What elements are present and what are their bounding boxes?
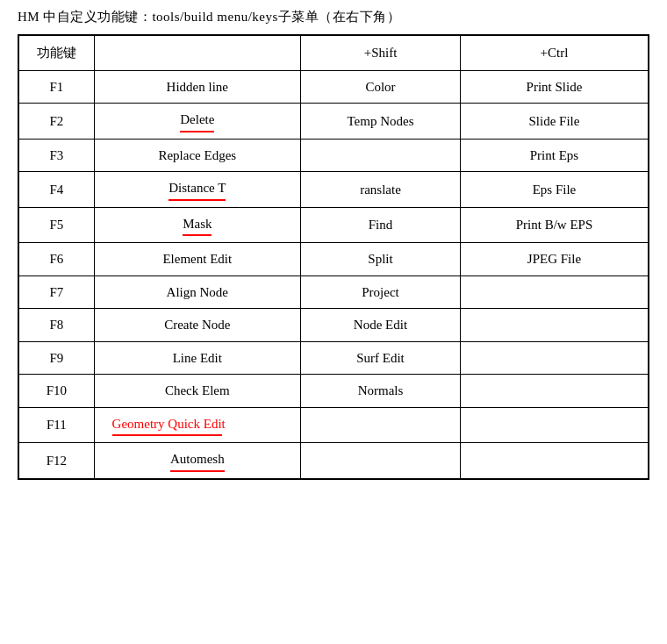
- cell-shift: Color: [301, 70, 461, 104]
- cell-shift: [301, 139, 461, 172]
- cell-default: Align Node: [94, 275, 300, 309]
- cell-default: Check Elem: [94, 375, 300, 408]
- cell-shift: Find: [301, 207, 461, 243]
- shortcut-table: 功能键 +Shift +Ctrl F1Hidden lineColorPrint…: [18, 35, 649, 479]
- cell-key: F1: [19, 70, 95, 104]
- table-row: F7Align NodeProject: [19, 275, 649, 309]
- table-row: F10Check ElemNormals: [19, 375, 649, 408]
- cell-key: F8: [19, 309, 95, 342]
- cell-ctrl: [460, 375, 648, 408]
- cell-ctrl: [460, 275, 648, 309]
- cell-default: Mask: [94, 207, 300, 243]
- cell-default: Line Edit: [94, 341, 300, 375]
- cell-key: F7: [19, 275, 95, 309]
- cell-key: F3: [19, 139, 95, 172]
- cell-ctrl: Eps File: [460, 172, 648, 208]
- cell-shift: Surf Edit: [301, 341, 461, 375]
- geometry-label: Geometry Quick Edit: [112, 414, 226, 434]
- cell-key: F10: [19, 375, 95, 408]
- cell-default: Delete: [94, 104, 300, 140]
- header-key: 功能键: [19, 36, 95, 71]
- cell-default: Distance T: [94, 172, 300, 208]
- cell-default: Hidden line: [94, 70, 300, 104]
- cell-key: F4: [19, 172, 95, 208]
- table-row: F6Element EditSplitJPEG File: [19, 243, 649, 276]
- cell-shift: Temp Nodes: [301, 104, 461, 140]
- header-shift: +Shift: [301, 36, 461, 71]
- cell-key: F6: [19, 243, 95, 276]
- cell-default: Element Edit: [94, 243, 300, 276]
- cell-ctrl: Slide File: [460, 104, 648, 140]
- cell-default-label: Automesh: [170, 449, 225, 472]
- cell-key: F11: [19, 407, 95, 443]
- cell-key: F5: [19, 207, 95, 243]
- table-row: F9Line EditSurf Edit: [19, 341, 649, 375]
- table-row: F1Hidden lineColorPrint Slide: [19, 70, 649, 104]
- cell-shift: Split: [301, 243, 461, 276]
- cell-shift: [301, 407, 461, 443]
- shortcut-table-container: 功能键 +Shift +Ctrl F1Hidden lineColorPrint…: [18, 34, 649, 480]
- cell-default: Automesh: [94, 443, 300, 479]
- cell-key: F9: [19, 341, 95, 375]
- cell-key: F2: [19, 104, 95, 140]
- cell-ctrl: [460, 443, 648, 479]
- cell-shift: Project: [301, 275, 461, 309]
- cell-ctrl: [460, 309, 648, 342]
- cell-default: Geometry Quick Edit: [94, 407, 300, 443]
- cell-shift: Node Edit: [301, 309, 461, 342]
- table-row: F4Distance TranslateEps File: [19, 172, 649, 208]
- cell-key: F12: [19, 443, 95, 479]
- cell-ctrl: Print Slide: [460, 70, 648, 104]
- table-row: F3Replace EdgesPrint Eps: [19, 139, 649, 172]
- table-row: F11Geometry Quick Edit: [19, 407, 649, 443]
- cell-ctrl: Print Eps: [460, 139, 648, 172]
- cell-ctrl: [460, 341, 648, 375]
- cell-default-label: Distance T: [169, 178, 226, 201]
- header-ctrl: +Ctrl: [460, 36, 648, 71]
- cell-ctrl: JPEG File: [460, 243, 648, 276]
- cell-shift: ranslate: [301, 172, 461, 208]
- cell-ctrl: [460, 407, 648, 443]
- table-row: F12Automesh: [19, 443, 649, 479]
- cell-shift: [301, 443, 461, 479]
- table-row: F8Create NodeNode Edit: [19, 309, 649, 342]
- cell-default: Replace Edges: [94, 139, 300, 172]
- cell-ctrl: Print B/w EPS: [460, 207, 648, 243]
- cell-shift: Normals: [301, 375, 461, 408]
- table-row: F2DeleteTemp NodesSlide File: [19, 104, 649, 140]
- header-default: [94, 36, 300, 71]
- cell-default-label: Mask: [183, 214, 212, 237]
- cell-default-label: Delete: [180, 110, 214, 132]
- table-row: F5MaskFindPrint B/w EPS: [19, 207, 649, 243]
- table-header-row: 功能键 +Shift +Ctrl: [19, 36, 649, 71]
- page-title: HM 中自定义功能键：tools/build menu/keys子菜单（在右下角…: [18, 9, 649, 25]
- cell-default: Create Node: [94, 309, 300, 342]
